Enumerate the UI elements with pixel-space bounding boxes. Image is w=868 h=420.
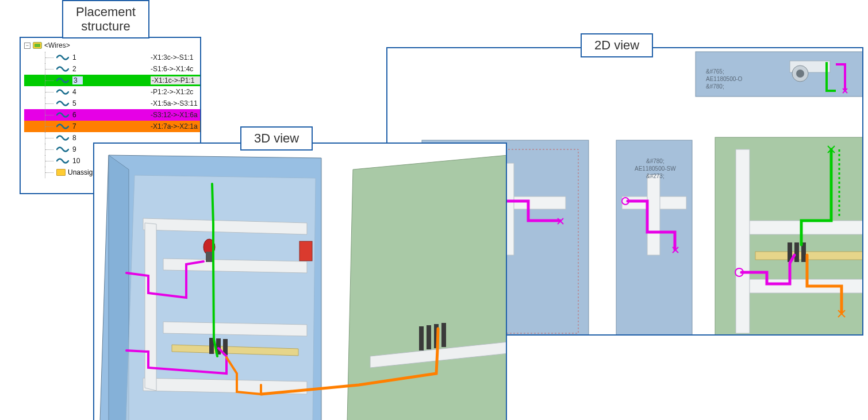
- mounting-plate-icon: [347, 155, 507, 420]
- svg-rect-11: [419, 326, 424, 350]
- unassigned-label: Unassign: [68, 168, 97, 176]
- din-rail-2d-icon: [755, 252, 863, 260]
- tree-connector-icon: [45, 63, 56, 75]
- view2d-panel-mid-text: &#780;AE1180500-SW&#273;: [635, 157, 676, 180]
- wire-icon: [56, 89, 69, 95]
- svg-marker-2: [163, 322, 307, 336]
- tree-connector-icon: [45, 109, 56, 121]
- terminal-block-2d-icon: [788, 242, 806, 262]
- tree-connector-icon: [45, 144, 56, 155]
- wire-number: 10: [72, 157, 83, 165]
- svg-marker-1: [163, 259, 307, 273]
- svg-rect-7: [299, 241, 312, 261]
- wires-folder-icon: [33, 42, 42, 49]
- tree-connector-icon: [45, 155, 56, 167]
- svg-rect-26: [647, 175, 660, 255]
- wire-icon: [56, 147, 69, 152]
- wire-number: 1: [72, 53, 83, 61]
- wire-number: 3: [72, 76, 83, 84]
- view2d-panel-top-text: &#765;AE1180500-O&#780;: [706, 68, 742, 90]
- tree-connector-icon: [45, 167, 56, 178]
- wire-icon: [56, 101, 69, 106]
- label-2d-view: 2D view: [581, 33, 653, 57]
- tree-root-label: <Wires>: [44, 41, 70, 49]
- svg-rect-31: [738, 279, 863, 293]
- svg-rect-6: [206, 252, 213, 262]
- tree-row[interactable]: 5 -X1:5a->-S3:11: [24, 98, 200, 109]
- folder-icon: [56, 169, 66, 176]
- label-3d-view: 3D view: [240, 126, 313, 151]
- svg-rect-32: [736, 149, 750, 333]
- svg-marker-4: [145, 223, 156, 391]
- view3d-canvas[interactable]: [94, 144, 507, 420]
- tree-row[interactable]: 4 -P1:2->-X1:2c: [24, 86, 200, 98]
- panel-top-text-content: &#765;AE1180500-O&#780;: [706, 68, 742, 90]
- wire-icon: [56, 78, 69, 83]
- tree-row[interactable]: 2 -S1:6->-X1:4c: [24, 63, 200, 75]
- label-placement-structure: Placementstructure: [62, 0, 149, 38]
- tree-connector-icon: [45, 121, 56, 132]
- tree-expander-icon[interactable]: −: [24, 43, 30, 49]
- wire-desc: -X1:3c->-S1:1: [151, 53, 201, 61]
- wire-number: 6: [72, 111, 83, 119]
- enclosure-side-icon: [109, 155, 129, 420]
- wire-icon: [56, 124, 69, 129]
- wire-number: 7: [72, 122, 83, 130]
- tree-node-wires[interactable]: − <Wires>: [24, 40, 200, 51]
- terminal-block-icon: [209, 338, 228, 355]
- tree-row[interactable]: 7 -X1:7a->-X2:1a: [24, 121, 200, 132]
- wire-desc: -X1:7a->-X2:1a: [151, 122, 201, 130]
- tree-row[interactable]: 1 -X1:3c->-S1:1: [24, 52, 200, 63]
- tree-row[interactable]: 8: [24, 132, 200, 144]
- label-placement-structure-text: Placementstructure: [76, 5, 136, 33]
- wire-desc: -X1:5a->-S3:11: [151, 99, 201, 107]
- label-2d-view-text: 2D view: [594, 38, 639, 52]
- svg-rect-34: [794, 242, 799, 262]
- wire-icon: [56, 66, 69, 72]
- tree-connector-icon: [45, 75, 56, 86]
- wire-icon: [56, 158, 69, 164]
- wire-desc: -X1:1c->-P1:1: [151, 76, 201, 84]
- wire-desc: -S3:12->-X1:6a: [151, 111, 201, 119]
- tree-connector-icon: [45, 86, 56, 98]
- wire-number: 5: [72, 99, 83, 107]
- wire-icon: [56, 135, 69, 141]
- tree-connector-icon: [45, 52, 56, 63]
- tree-row[interactable]: 6 -S3:12->-X1:6a: [24, 109, 200, 121]
- svg-rect-14: [441, 323, 446, 347]
- wire-icon: [56, 55, 69, 60]
- wire-number: 8: [72, 134, 83, 142]
- wire-number: 2: [72, 65, 83, 73]
- tree-connector-icon: [45, 98, 56, 109]
- view3d-panel[interactable]: [93, 142, 507, 420]
- tree-connector-icon: [45, 132, 56, 144]
- wire-desc: -P1:2->-X1:2c: [151, 88, 201, 96]
- wire-number: 9: [72, 145, 83, 153]
- wire-number: 4: [72, 88, 83, 96]
- svg-rect-12: [427, 325, 431, 349]
- label-3d-view-text: 3D view: [254, 131, 299, 145]
- tree-row[interactable]: 3 -X1:1c->-P1:1: [24, 75, 200, 86]
- wire-desc: -S1:6->-X1:4c: [151, 65, 201, 73]
- panel-mid-text-content: &#780;AE1180500-SW&#273;: [635, 158, 676, 179]
- svg-point-17: [796, 70, 804, 78]
- wire-icon: [56, 112, 69, 118]
